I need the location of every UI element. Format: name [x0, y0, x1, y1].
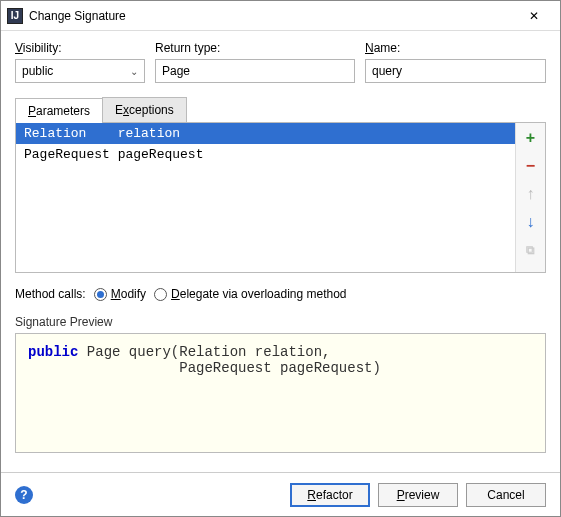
close-icon: ✕: [529, 9, 539, 23]
name-block: Name: query: [365, 41, 546, 83]
return-type-value: Page: [162, 64, 190, 78]
titlebar: IJ Change Signature ✕: [1, 1, 560, 31]
dialog-window: IJ Change Signature ✕ Visibility: public…: [0, 0, 561, 517]
signature-preview: public Page query(Relation relation, Pag…: [15, 333, 546, 453]
chevron-down-icon: ⌄: [130, 66, 138, 77]
footer: ? Refactor Preview Cancel: [1, 472, 560, 516]
return-type-label: Return type:: [155, 41, 355, 55]
top-fields-row: Visibility: public ⌄ Return type: Page N…: [15, 41, 546, 83]
close-button[interactable]: ✕: [514, 2, 554, 30]
visibility-select[interactable]: public ⌄: [15, 59, 145, 83]
parameter-row[interactable]: PageRequest pageRequest: [16, 144, 515, 165]
radio-icon: [94, 288, 107, 301]
visibility-value: public: [22, 64, 53, 78]
return-type-input[interactable]: Page: [155, 59, 355, 83]
parameter-list[interactable]: Relation relation PageRequest pageReques…: [16, 123, 515, 272]
cancel-button[interactable]: Cancel: [466, 483, 546, 507]
arrow-down-icon: ↓: [527, 213, 535, 231]
parameter-toolbar: + − ↑ ↓ ⧉: [515, 123, 545, 272]
radio-icon: [154, 288, 167, 301]
radio-modify[interactable]: Modify: [94, 287, 146, 301]
return-type-block: Return type: Page: [155, 41, 355, 83]
window-title: Change Signature: [29, 9, 514, 23]
radio-delegate-label: Delegate via overloading method: [171, 287, 346, 301]
radio-delegate[interactable]: Delegate via overloading method: [154, 287, 346, 301]
move-up-button[interactable]: ↑: [522, 185, 540, 203]
visibility-block: Visibility: public ⌄: [15, 41, 145, 83]
propagate-icon: ⧉: [526, 243, 535, 257]
visibility-label: Visibility:: [15, 41, 145, 55]
name-input[interactable]: query: [365, 59, 546, 83]
tab-parameters[interactable]: Parameters: [15, 98, 103, 123]
tab-exceptions[interactable]: Exceptions: [102, 97, 187, 122]
keyword: public: [28, 344, 78, 360]
add-parameter-button[interactable]: +: [522, 129, 540, 147]
refactor-button[interactable]: Refactor: [290, 483, 370, 507]
parameters-panel: Relation relation PageRequest pageReques…: [15, 123, 546, 273]
help-icon: ?: [20, 488, 27, 502]
name-value: query: [372, 64, 402, 78]
name-label: Name:: [365, 41, 546, 55]
tabs: Parameters Exceptions: [15, 97, 546, 123]
help-button[interactable]: ?: [15, 486, 33, 504]
move-down-button[interactable]: ↓: [522, 213, 540, 231]
signature-preview-label: Signature Preview: [15, 315, 546, 329]
plus-icon: +: [526, 129, 535, 147]
app-icon: IJ: [7, 8, 23, 24]
content-area: Visibility: public ⌄ Return type: Page N…: [1, 31, 560, 472]
preview-button[interactable]: Preview: [378, 483, 458, 507]
radio-modify-label: Modify: [111, 287, 146, 301]
method-calls-row: Method calls: Modify Delegate via overlo…: [15, 287, 546, 301]
remove-parameter-button[interactable]: −: [522, 157, 540, 175]
parameter-row[interactable]: Relation relation: [16, 123, 515, 144]
method-calls-label: Method calls:: [15, 287, 86, 301]
propagate-button[interactable]: ⧉: [522, 241, 540, 259]
arrow-up-icon: ↑: [527, 185, 535, 203]
minus-icon: −: [526, 157, 535, 175]
